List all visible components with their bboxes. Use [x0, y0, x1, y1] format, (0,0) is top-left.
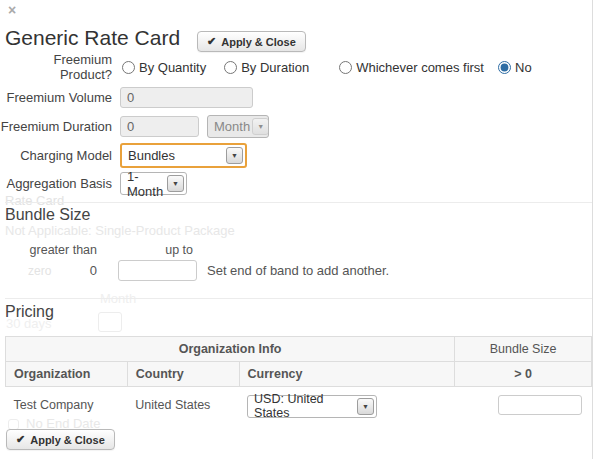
radio-by-duration[interactable]: By Duration [224, 60, 309, 75]
page-title: Generic Rate Card [5, 26, 180, 50]
currency-select[interactable]: USD: United States ▼ [247, 395, 377, 418]
chevron-down-icon[interactable]: ▼ [357, 398, 374, 415]
currency-value: USD: United States [254, 392, 355, 420]
radio-by-duration-label: By Duration [241, 60, 309, 75]
aggregation-basis-select[interactable]: 1-Month ▼ [120, 172, 187, 195]
bundle-size-group-header: Bundle Size [455, 337, 592, 362]
check-icon: ✔ [16, 433, 25, 446]
apply-close-button-top[interactable]: ✔ Apply & Close [197, 31, 306, 52]
ghost-not-applicable-text: Not Applicable: Single-Product Package [5, 223, 235, 238]
freemium-volume-row: Freemium Volume [0, 87, 253, 108]
radio-by-quantity-input[interactable] [122, 61, 135, 74]
chevron-down-icon[interactable]: ▼ [167, 175, 184, 192]
currency-cell: USD: United States ▼ [239, 387, 455, 423]
bundle-size-price-input[interactable] [498, 395, 582, 415]
freemium-volume-label: Freemium Volume [0, 90, 112, 105]
freemium-volume-input [120, 87, 253, 108]
radio-whichever-first-label: Whichever comes first [356, 60, 484, 75]
aggregation-basis-label: Aggregation Basis [0, 176, 112, 191]
duration-unit-value: Month [214, 119, 250, 134]
charging-model-label: Charging Model [0, 148, 112, 163]
freemium-duration-row: Freemium Duration Month ▼ [0, 115, 269, 138]
radio-whichever-first-input[interactable] [339, 61, 352, 74]
charging-model-row: Charging Model Bundles ▼ [0, 143, 247, 168]
check-icon: ✔ [207, 35, 216, 48]
band-hint-text: Set end of band to add another. [207, 263, 389, 278]
bundle-size-heading: Bundle Size [5, 206, 90, 224]
apply-close-button-bottom[interactable]: ✔ Apply & Close [6, 429, 115, 450]
freemium-duration-input [120, 116, 199, 137]
currency-column-header: Currency [239, 362, 455, 387]
close-icon[interactable]: × [8, 2, 16, 18]
pricing-heading: Pricing [5, 303, 54, 321]
radio-no[interactable]: No [498, 60, 532, 75]
radio-by-quantity[interactable]: By Quantity [122, 60, 206, 75]
pricing-table: Organization Info Bundle Size Organizati… [5, 336, 592, 423]
column-header-row: Organization Country Currency > 0 [6, 362, 592, 387]
country-column-header: Country [127, 362, 239, 387]
apply-close-label: Apply & Close [30, 434, 105, 446]
freemium-duration-label: Freemium Duration [0, 119, 112, 134]
chevron-down-icon[interactable]: ▼ [226, 147, 243, 164]
bundle-size-cell [455, 387, 592, 423]
ghost-zero-text: zero [28, 264, 51, 278]
group-header-row: Organization Info Bundle Size [6, 337, 592, 362]
band-row: zero 0 Set end of band to add another. [0, 260, 389, 281]
ghost-select-box [98, 312, 122, 332]
charging-model-value: Bundles [128, 148, 175, 163]
organization-column-header: Organization [6, 362, 128, 387]
section-divider [5, 298, 592, 299]
band-column-headers: greater than up to [0, 243, 197, 257]
radio-no-label: No [515, 60, 532, 75]
freemium-product-row: Freemium Product? By Quantity By Duratio… [0, 58, 532, 76]
chevron-down-icon: ▼ [252, 118, 269, 135]
organization-info-group-header: Organization Info [6, 337, 455, 362]
radio-by-duration-input[interactable] [224, 61, 237, 74]
band-column-header: > 0 [455, 362, 592, 387]
freemium-product-label: Freemium Product? [0, 52, 112, 82]
radio-no-input[interactable] [498, 61, 511, 74]
band-up-to-input[interactable] [118, 260, 197, 281]
apply-close-label: Apply & Close [221, 36, 296, 48]
aggregation-basis-value: 1-Month [127, 169, 165, 199]
radio-by-quantity-label: By Quantity [139, 60, 206, 75]
radio-whichever-first[interactable]: Whichever comes first [339, 60, 484, 75]
charging-model-select[interactable]: Bundles ▼ [120, 143, 247, 168]
rate-card-panel: × Generic Rate Card ✔ Apply & Close Free… [0, 0, 593, 459]
up-to-header: up to [118, 243, 197, 257]
duration-unit-select: Month ▼ [207, 115, 269, 138]
country-cell: United States [127, 387, 239, 423]
aggregation-basis-row: Aggregation Basis 1-Month ▼ [0, 172, 187, 195]
greater-than-header: greater than [0, 243, 97, 257]
section-divider [5, 202, 592, 203]
